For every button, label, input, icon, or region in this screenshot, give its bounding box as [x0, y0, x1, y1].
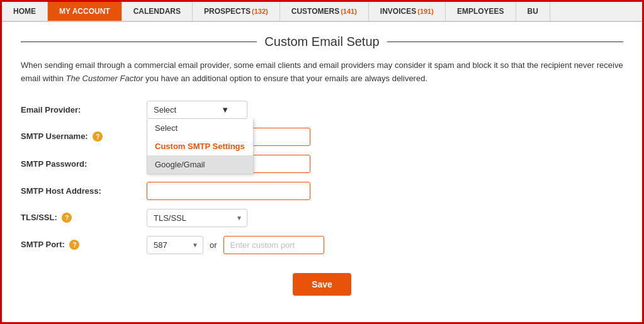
smtp-port-row: SMTP Port: ? 587 ▼ or	[21, 236, 623, 254]
nav-label-my-account: MY ACCOUNT	[59, 7, 110, 16]
nav-item-employees[interactable]: EMPLOYEES	[446, 2, 516, 21]
nav-label-employees: EMPLOYEES	[457, 7, 504, 16]
smtp-password-row: SMTP Password:	[21, 155, 623, 173]
smtp-host-label: SMTP Host Address:	[21, 186, 147, 196]
port-controls: 587 ▼ or	[147, 236, 324, 254]
prospects-badge: (132)	[252, 8, 268, 15]
port-select[interactable]: 587	[147, 236, 203, 254]
nav-label-bu: BU	[528, 7, 538, 16]
nav-item-home[interactable]: HOME	[2, 2, 48, 21]
smtp-port-help-icon[interactable]: ?	[69, 240, 79, 250]
dropdown-option-select[interactable]: Select	[147, 119, 253, 137]
email-provider-row: Email Provider: Select ▼ Select Custom S…	[21, 101, 623, 119]
dropdown-option-google[interactable]: Google/Gmail	[147, 155, 253, 174]
email-provider-label: Email Provider:	[21, 105, 147, 115]
smtp-host-input[interactable]	[147, 182, 310, 200]
nav-label-customers: CUSTOMERS	[291, 7, 339, 16]
email-setup-form: Email Provider: Select ▼ Select Custom S…	[21, 101, 623, 254]
nav-item-bu[interactable]: BU	[516, 2, 550, 21]
port-select-wrapper: 587 ▼	[147, 236, 203, 254]
nav-item-customers[interactable]: CUSTOMERS(141)	[280, 2, 369, 21]
tls-select[interactable]: TLS/SSL	[147, 209, 247, 227]
nav-item-my-account[interactable]: MY ACCOUNT	[48, 2, 122, 21]
page-title: Custom Email Setup	[21, 35, 623, 49]
smtp-host-row: SMTP Host Address:	[21, 182, 623, 200]
smtp-username-row: SMTP Username: ?	[21, 128, 623, 146]
smtp-port-label: SMTP Port: ?	[21, 240, 147, 250]
nav-bar: HOME MY ACCOUNT CALENDARS PROSPECTS(132)…	[2, 2, 642, 22]
chevron-down-icon: ▼	[221, 105, 229, 115]
page-description: When sending email through a commercial …	[21, 59, 623, 86]
nav-item-prospects[interactable]: PROSPECTS(132)	[193, 2, 280, 21]
save-button[interactable]: Save	[293, 273, 351, 296]
or-text: or	[210, 240, 217, 250]
dropdown-option-custom-smtp[interactable]: Custom SMTP Settings	[147, 137, 253, 155]
email-provider-trigger[interactable]: Select ▼	[147, 101, 247, 119]
tls-select-wrapper: TLS/SSL ▼	[147, 209, 247, 227]
nav-item-invoices[interactable]: INVOICES(191)	[369, 2, 446, 21]
nav-label-prospects: PROSPECTS	[204, 7, 251, 16]
nav-label-calendars: CALENDARS	[133, 7, 181, 16]
smtp-username-label: SMTP Username: ?	[21, 131, 147, 142]
custom-port-input[interactable]	[223, 236, 324, 254]
invoices-badge: (191)	[417, 8, 434, 15]
tls-row: TLS/SSL: ? TLS/SSL ▼	[21, 209, 623, 227]
save-section: Save	[21, 273, 623, 296]
page-content: Custom Email Setup When sending email th…	[2, 22, 642, 308]
email-provider-dropdown-list: Select Custom SMTP Settings Google/Gmail	[147, 119, 254, 174]
nav-item-calendars[interactable]: CALENDARS	[122, 2, 193, 21]
smtp-username-help-icon[interactable]: ?	[93, 131, 103, 142]
smtp-password-label: SMTP Password:	[21, 159, 147, 169]
email-provider-dropdown[interactable]: Select ▼ Select Custom SMTP Settings Goo…	[147, 101, 247, 119]
customers-badge: (141)	[341, 8, 357, 15]
tls-label: TLS/SSL: ?	[21, 213, 147, 223]
nav-label-home: HOME	[13, 7, 36, 16]
nav-label-invoices: INVOICES	[380, 7, 416, 16]
tls-help-icon[interactable]: ?	[62, 213, 72, 223]
